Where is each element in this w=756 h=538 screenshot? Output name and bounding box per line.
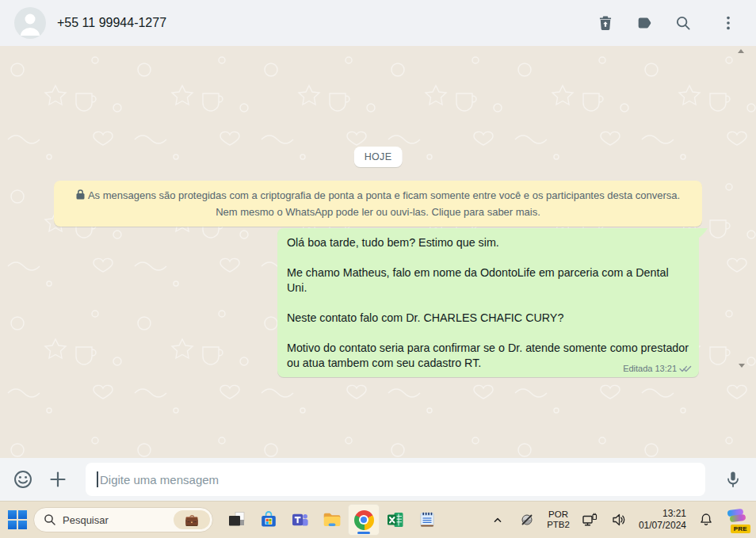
teams-icon <box>291 510 310 529</box>
label-chat-button[interactable] <box>634 13 655 33</box>
message-paragraph: Me chamo Matheus, falo em nome da Odonto… <box>287 265 689 296</box>
taskbar-app-chrome[interactable] <box>348 504 380 536</box>
speaker-icon <box>611 512 627 528</box>
taskbar-app-microsoft-store[interactable] <box>253 504 284 536</box>
header-actions <box>595 13 739 33</box>
bubble-tail <box>698 228 708 239</box>
emoji-icon <box>13 469 33 490</box>
clock[interactable]: 13:21 01/07/2024 <box>639 508 686 532</box>
message-input[interactable] <box>86 463 705 496</box>
taskbar-search-icon <box>44 513 56 526</box>
notepad-icon <box>418 510 437 529</box>
briefcase-icon: 💼 <box>185 513 198 526</box>
task-view-icon <box>227 510 246 529</box>
label-icon <box>636 14 653 32</box>
chat-date-pill: HOJE <box>354 147 403 167</box>
message-input-container <box>86 463 705 496</box>
chat-menu-button[interactable] <box>718 13 739 33</box>
kebab-menu-icon <box>720 14 737 32</box>
plus-icon <box>48 470 67 489</box>
search-message-button[interactable] <box>673 13 693 33</box>
tray-volume-button[interactable] <box>609 510 628 529</box>
search-highlight-capsule: 💼 <box>174 510 210 529</box>
taskbar-app-excel[interactable] <box>380 504 411 536</box>
eye-slash-icon <box>519 512 535 528</box>
taskbar-apps <box>221 504 443 536</box>
whatsapp-window: +55 11 99944-1277 <box>0 0 756 538</box>
chrome-active-indicator <box>357 532 370 534</box>
clock-date: 01/07/2024 <box>639 520 686 532</box>
windows-logo-icon <box>8 510 27 529</box>
encryption-notice-text: As mensagens são protegidas com a cripto… <box>88 189 680 218</box>
mic-button[interactable] <box>721 467 745 491</box>
text-caret <box>97 471 98 487</box>
clock-time: 13:21 <box>639 508 686 520</box>
message-composer <box>0 458 756 501</box>
e2e-encryption-banner[interactable]: As mensagens são protegidas com a cripto… <box>54 181 702 227</box>
scroll-up-marker[interactable] <box>738 49 744 53</box>
tray-chevron-button[interactable] <box>488 510 507 529</box>
message-meta: Editada 13:21 <box>623 364 692 373</box>
contact-avatar[interactable] <box>14 7 46 39</box>
message-paragraph: Olá boa tarde, tudo bem? Estimo que sim. <box>287 235 689 250</box>
message-paragraph: Neste contato falo com Dr. CHARLES CHAFI… <box>287 311 689 326</box>
taskbar-search[interactable]: Pesquisar 💼 <box>33 507 213 532</box>
notification-bell-button[interactable] <box>697 510 716 529</box>
person-silhouette-icon <box>14 7 46 39</box>
double-tick-icon <box>679 364 692 373</box>
taskbar-app-teams[interactable] <box>284 504 316 536</box>
attach-button[interactable] <box>46 467 70 491</box>
taskbar-app-notepad[interactable] <box>411 504 443 536</box>
copilot-button[interactable]: PRE <box>726 506 748 533</box>
taskbar-app-task-view[interactable] <box>221 504 253 536</box>
search-icon <box>674 14 692 32</box>
lock-icon <box>76 189 85 200</box>
copilot-pre-badge: PRE <box>731 525 750 533</box>
chrome-icon <box>354 510 374 530</box>
microsoft-store-icon <box>259 510 278 529</box>
bell-icon <box>698 512 714 528</box>
windows-taskbar: Pesquisar 💼 <box>0 501 756 538</box>
connect-display-icon <box>582 512 598 528</box>
emoji-button[interactable] <box>11 467 35 491</box>
contact-name[interactable]: +55 11 99944-1277 <box>57 16 584 30</box>
edited-label: Editada <box>623 364 652 373</box>
language-indicator[interactable]: POR PTB2 <box>547 509 570 530</box>
mic-icon <box>724 470 743 489</box>
start-button[interactable] <box>3 505 32 535</box>
excel-icon <box>386 510 405 529</box>
language-line1: POR <box>547 509 570 520</box>
taskbar-app-file-explorer[interactable] <box>316 504 348 536</box>
message-bubble[interactable]: Olá boa tarde, tudo bem? Estimo que sim.… <box>277 228 699 377</box>
delete-chat-button[interactable] <box>595 13 616 33</box>
system-tray: POR PTB2 <box>488 506 750 533</box>
tray-connect-button[interactable] <box>580 510 599 529</box>
tray-privacy-button[interactable] <box>517 510 536 529</box>
trash-icon <box>597 14 614 32</box>
chat-area: HOJE As mensagens são protegidas com a c… <box>0 46 756 458</box>
chat-header: +55 11 99944-1277 <box>0 0 756 46</box>
chevron-up-icon <box>491 513 505 527</box>
scroll-down-marker[interactable] <box>739 364 745 368</box>
file-explorer-icon <box>322 509 342 530</box>
taskbar-search-label: Pesquisar <box>63 514 167 526</box>
message-time: 13:21 <box>655 364 677 373</box>
language-line2: PTB2 <box>547 520 570 530</box>
